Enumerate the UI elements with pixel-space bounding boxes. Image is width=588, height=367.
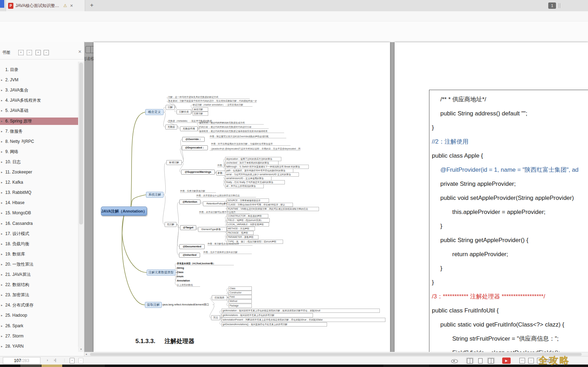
expand-arrow-icon[interactable]: ▸ (1, 87, 2, 94)
tab-close-icon[interactable]: ✕ (70, 4, 73, 8)
code-line: /3：*********** 注解处理器 ******************/ (432, 293, 545, 300)
status-double-page-button[interactable] (487, 357, 495, 364)
sidebar-item-19[interactable]: ▸19. 数据库 (0, 251, 78, 258)
taskbar-item[interactable] (63, 365, 105, 367)
taskbar-item[interactable] (383, 365, 429, 367)
expand-arrow-icon[interactable]: ▸ (1, 76, 2, 84)
eye-protection-icon[interactable] (451, 359, 458, 363)
sidebar-item-17[interactable]: ▸17. 设计模式 (0, 230, 78, 238)
sidebar-item-22[interactable]: ▸22. 数据结构 (0, 281, 78, 289)
mindmap-node-ysjzy: 元数据作用 (180, 126, 198, 131)
status-next-page-button[interactable]: › (47, 358, 48, 362)
mindmap-node-zj: 注解 (166, 105, 175, 110)
expand-arrow-icon[interactable]: ▸ (1, 209, 2, 217)
expand-arrow-icon[interactable]: ▸ (1, 179, 2, 186)
sidebar-item-21[interactable]: ▸21. JAVA算法 (0, 271, 78, 278)
horizontal-scrollbar[interactable]: ◂ (84, 352, 588, 356)
expand-arrow-icon[interactable]: ▸ (1, 169, 2, 176)
taskbar-item[interactable] (20, 365, 41, 367)
sidebar-item-6[interactable]: ▸6. Spring 原理 (0, 118, 78, 125)
expand-arrow-icon[interactable]: ▸ (1, 220, 2, 227)
sidebar-item-10[interactable]: ▸10. 日志 (0, 158, 78, 166)
sidebar-item-4[interactable]: ▸4. JAVA多线程并发 (0, 97, 78, 104)
status-last-page-button[interactable]: ›| (54, 358, 56, 362)
mindmap-node-dp: @Deprecated： (182, 145, 208, 150)
expand-arrow-icon[interactable]: ▸ (1, 281, 2, 289)
expand-arrow-icon[interactable]: ▸ (1, 118, 2, 125)
expand-arrow-icon[interactable]: ▸ (1, 271, 2, 278)
status-fit-page-button[interactable]: ▯ (528, 358, 534, 363)
expand-arrow-icon[interactable]: ▸ (1, 240, 2, 248)
bookmark-label: 22. 数据结构 (5, 281, 29, 289)
sidebar-item-25[interactable]: ▸25. Hadoop (0, 312, 78, 319)
insert-page-icon[interactable]: + (70, 358, 75, 363)
expand-arrow-icon[interactable]: ▸ (1, 230, 2, 238)
sidebar-item-14[interactable]: ▸14. Hbase (0, 199, 78, 207)
expand-arrow-icon[interactable]: ▸ (1, 302, 2, 309)
horizontal-scrollbar-thumb[interactable] (90, 353, 582, 356)
expand-arrow-icon[interactable]: ▸ (1, 312, 2, 319)
double-page-icon (488, 358, 494, 363)
user-badge[interactable]: 1 (548, 2, 556, 9)
expand-arrow-icon[interactable]: ▸ (1, 189, 2, 196)
expand-arrow-icon[interactable]: ▸ (1, 199, 2, 207)
sidebar-item-18[interactable]: ▸18. 负载均衡 (0, 240, 78, 248)
expand-arrow-icon[interactable]: ▸ (1, 333, 2, 340)
remove-page-icon[interactable]: − (78, 358, 83, 363)
mindmap-node-ysj: 元数据 (165, 125, 177, 129)
scroll-left-icon[interactable]: ◂ (85, 353, 87, 356)
sidebar-item-15[interactable]: ▸15. MongoDB (0, 209, 78, 217)
sidebar-scrollbar[interactable] (78, 62, 84, 351)
bookmark-label: 23. 加密算法 (5, 291, 29, 299)
mindmap-node-d1: 所有基本类型（int,float,boolean等） (177, 262, 234, 265)
pdf-file-icon: P (8, 3, 13, 9)
sidebar-item-11[interactable]: ▸11. Zookeeper (0, 169, 78, 176)
sidebar-item-3[interactable]: ▸3. JAVA集合 (0, 87, 78, 94)
expand-arrow-icon[interactable]: ▸ (1, 261, 2, 268)
sidebar-item-20[interactable]: ▸20. 一致性算法 (0, 261, 78, 268)
status-continuous-button[interactable] (466, 357, 474, 364)
expand-arrow-icon[interactable]: ▸ (1, 97, 2, 104)
expand-arrow-icon[interactable]: ▸ (1, 128, 2, 135)
sidebar-item-8[interactable]: ▸8. Netty 与RPC (0, 138, 78, 145)
sidebar-item-5[interactable]: ▸5. JAVA基础 (0, 107, 78, 114)
expand-arrow-icon[interactable]: ▸ (1, 291, 2, 299)
status-single-page-button[interactable] (477, 357, 484, 364)
expand-arrow-icon[interactable]: ▸ (1, 107, 2, 114)
expand-arrow-icon[interactable]: ▸ (1, 148, 2, 156)
new-tab-button[interactable]: + (90, 2, 94, 9)
sidebar-item-28[interactable]: ▸28. YARN (0, 343, 78, 350)
expand-arrow-icon[interactable]: ▸ (1, 138, 2, 145)
panel-close-icon[interactable]: ✕ (78, 49, 82, 54)
status-page-input[interactable]: 107/283 (3, 357, 40, 364)
heading-number: 5.1.3.3. (135, 338, 155, 344)
mindmap-node-myj: 元注解 (165, 222, 177, 227)
sidebar-item-16[interactable]: ▸16. Cassandra (0, 220, 78, 227)
sidebar-item-24[interactable]: ▸24. 分布式缓存 (0, 302, 78, 309)
sidebar-item-23[interactable]: ▸23. 加密算法 (0, 291, 78, 299)
sidebar-item-27[interactable]: ▸27. Storm (0, 333, 78, 340)
document-tab[interactable]: P JAVA核心面试知识整理.pdf ⚠ ✕ (6, 0, 85, 11)
sidebar-scroll-down-icon[interactable]: ▾ (78, 347, 84, 352)
mindmap-node-e6: PARAMETER：参数声明 (227, 235, 258, 239)
code-line: } (432, 124, 434, 132)
sidebar-item-12[interactable]: ▸12. Kafka (0, 179, 78, 186)
expand-arrow-icon[interactable]: ▸ (1, 322, 2, 330)
sidebar-item-2[interactable]: ▸2. JVM (0, 76, 78, 84)
status-actual-size-button[interactable]: 1:1 (519, 358, 525, 363)
mindmap-node-r2: CLASS：注释在class文件中可用，但会被VM丢弃，默认 (227, 203, 293, 207)
sidebar-item-26[interactable]: ▸26. Spark (0, 322, 78, 330)
taskbar-item[interactable] (41, 365, 62, 367)
expand-arrow-icon[interactable]: ▸ (1, 251, 2, 258)
sidebar-scrollbar-thumb[interactable] (79, 63, 83, 224)
mindmap-node-e1: CONSTRUCTOR：构造器的声明 (227, 214, 268, 218)
sidebar-item-13[interactable]: ▸13. RabbitMQ (0, 189, 78, 196)
sidebar-item-1[interactable]: 1. 目录 (0, 66, 78, 74)
bookmark-label: 15. MongoDB (5, 209, 31, 217)
sidebar-item-7[interactable]: ▸7. 微服务 (0, 128, 78, 135)
expand-arrow-icon[interactable]: ▸ (1, 343, 2, 350)
bookmark-label: 27. Storm (5, 333, 24, 340)
status-play-button[interactable]: ▶ (502, 357, 511, 364)
sidebar-item-9[interactable]: ▸9. 网络 (0, 148, 78, 156)
expand-arrow-icon[interactable]: ▸ (1, 158, 2, 166)
